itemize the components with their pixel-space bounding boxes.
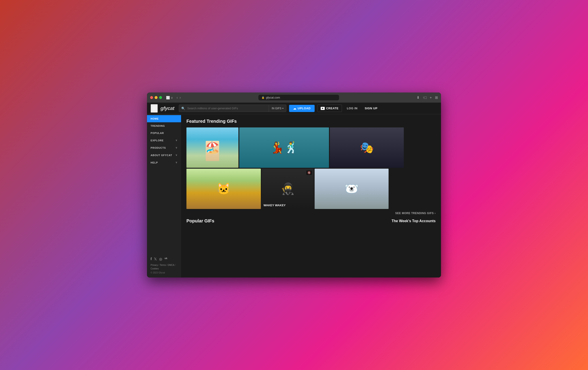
search-input[interactable]: [187, 105, 269, 112]
close-button[interactable]: [150, 96, 153, 99]
search-form: 🔍 IN GIFS ▾: [179, 105, 286, 112]
sidebar-item-products[interactable]: PRODUCTS ∨: [147, 144, 181, 151]
login-button[interactable]: LOG IN: [345, 105, 360, 112]
main-layout: HOME TRENDING POPULAR EXPLORE ∨ PRODUCTS…: [147, 114, 441, 278]
gif-item-5[interactable]: 🔇 WAKEY WAKEY: [262, 169, 314, 209]
gif-image-6: [315, 169, 388, 209]
gif-image-1: [187, 127, 238, 168]
cookies-link[interactable]: Cookies: [151, 267, 159, 270]
hamburger-button[interactable]: ☰: [151, 104, 158, 113]
gif-item-6[interactable]: [315, 169, 388, 209]
login-label: LOG IN: [347, 107, 358, 110]
new-tab-icon[interactable]: +: [430, 96, 432, 100]
browser-chrome: ⬜ ∨ ‹ › 🔒 gfycat.com ⬇ ↑□ + ⊞: [147, 92, 441, 103]
sidebar-item-home-label: HOME: [151, 117, 159, 120]
sidebar-item-products-label: PRODUCTS: [151, 146, 166, 149]
create-icon: [321, 107, 325, 110]
sidebar-item-help-label: HELP: [151, 161, 158, 164]
gif-image-3: [330, 127, 404, 168]
sidebar-item-popular-label: POPULAR: [151, 132, 164, 134]
gif-image-4: [187, 169, 261, 209]
search-filter-button[interactable]: IN GIFS ▾: [269, 105, 286, 112]
browser-actions: ⬇ ↑□ + ⊞: [417, 95, 438, 100]
address-bar[interactable]: 🔒 gfycat.com: [258, 95, 339, 100]
sidebar-item-trending-label: TRENDING: [151, 124, 165, 127]
popular-gifs-title: Popular GIFs: [187, 218, 214, 224]
gif-overlay-5: WAKEY WAKEY: [262, 201, 314, 209]
dmca-link[interactable]: DMCA: [168, 264, 174, 266]
gif-item-2[interactable]: [239, 127, 329, 168]
gif-image-2: [239, 127, 329, 168]
sidebar-item-explore[interactable]: EXPLORE ∨: [147, 137, 181, 144]
sidebar-item-explore-label: EXPLORE: [151, 139, 164, 142]
sidebar-item-about[interactable]: ABOUT GFYCAT ∨: [147, 151, 181, 159]
chevron-down-icon: ∨: [176, 139, 178, 142]
traffic-lights: [150, 96, 162, 99]
sidebar-toggle-button[interactable]: ⬜ ∨: [166, 96, 173, 99]
app-container: ☰ gfycat 🔍 IN GIFS ▾ ☁ UPLOAD CREATE: [147, 103, 441, 278]
search-icon: 🔍: [179, 107, 187, 110]
grid-icon[interactable]: ⊞: [435, 95, 438, 100]
sidebar-item-trending[interactable]: TRENDING: [147, 122, 181, 129]
signup-button[interactable]: SIGN UP: [362, 105, 380, 112]
chevron-right-icon: ›: [435, 212, 436, 215]
bottom-section: Popular GIFs The Week's Top Accounts: [187, 218, 436, 224]
upload-icon: ☁: [293, 107, 296, 110]
featured-trending-title: Featured Trending GIFs: [187, 119, 436, 124]
sidebar-item-popular[interactable]: POPULAR: [147, 129, 181, 137]
lock-icon: 🔒: [262, 96, 265, 99]
gif-item-4[interactable]: [187, 169, 261, 209]
dropdown-arrow-icon: ▾: [282, 107, 284, 110]
top-accounts-label: The Week's Top Accounts: [392, 219, 436, 223]
share-icon[interactable]: ↑□: [423, 96, 427, 100]
facebook-icon[interactable]: f: [151, 257, 152, 261]
privacy-link[interactable]: Privacy: [151, 264, 158, 266]
fullscreen-button[interactable]: [159, 96, 162, 99]
sidebar-item-help[interactable]: HELP ∨: [147, 159, 181, 166]
create-label: CREATE: [326, 107, 338, 110]
sidebar-item-home[interactable]: HOME: [147, 115, 181, 122]
signup-label: SIGN UP: [365, 107, 377, 110]
minimize-button[interactable]: [155, 96, 158, 99]
forward-button[interactable]: ›: [179, 96, 181, 100]
copyright-text: © 2023 Gfycat: [151, 271, 178, 274]
create-button[interactable]: CREATE: [317, 105, 342, 112]
top-navbar: ☰ gfycat 🔍 IN GIFS ▾ ☁ UPLOAD CREATE: [147, 103, 441, 114]
see-more-link[interactable]: SEE MORE TRENDING GIFS ›: [187, 211, 436, 218]
gif-caption-5: WAKEY WAKEY: [263, 204, 286, 207]
sidebar-item-about-label: ABOUT GFYCAT: [151, 154, 172, 156]
gif-item-1[interactable]: [187, 127, 238, 168]
download-icon[interactable]: ⬇: [417, 95, 420, 100]
sidebar: HOME TRENDING POPULAR EXPLORE ∨ PRODUCTS…: [147, 114, 181, 278]
chevron-down-icon: ∨: [176, 161, 178, 164]
volume-icon[interactable]: 🔇: [306, 170, 312, 175]
sidebar-footer: f 𝕏 ◎ vk Privacy / Terms / DMCA / Cookie…: [147, 253, 181, 278]
chevron-down-icon: ∨: [176, 154, 178, 156]
search-filter-label: IN GIFS: [272, 107, 281, 110]
see-more-label: SEE MORE TRENDING GIFS: [395, 212, 434, 215]
back-button[interactable]: ‹: [177, 96, 178, 100]
gif-item-3[interactable]: [330, 127, 404, 168]
twitter-icon[interactable]: 𝕏: [154, 257, 157, 261]
logo: gfycat: [160, 105, 174, 111]
social-icons: f 𝕏 ◎ vk: [151, 257, 178, 261]
upload-button[interactable]: ☁ UPLOAD: [289, 105, 315, 112]
content-area: Featured Trending GIFs: [181, 114, 441, 278]
gif-grid-bottom: 🔇 WAKEY WAKEY: [187, 169, 436, 209]
url-text: gfycat.com: [266, 96, 280, 99]
chevron-down-icon: ∨: [176, 146, 178, 149]
instagram-icon[interactable]: ◎: [159, 257, 162, 261]
sidebar-links: Privacy / Terms / DMCA / Cookies: [151, 263, 178, 271]
gif-grid-top: [187, 127, 436, 168]
address-bar-wrapper: 🔒 gfycat.com: [183, 95, 414, 100]
browser-window: ⬜ ∨ ‹ › 🔒 gfycat.com ⬇ ↑□ + ⊞ ☰ gfycat �: [147, 92, 441, 278]
upload-label: UPLOAD: [298, 107, 311, 110]
vk-icon[interactable]: vk: [165, 257, 167, 261]
terms-link[interactable]: Terms: [160, 264, 166, 266]
nav-buttons: ‹ ›: [177, 96, 181, 100]
